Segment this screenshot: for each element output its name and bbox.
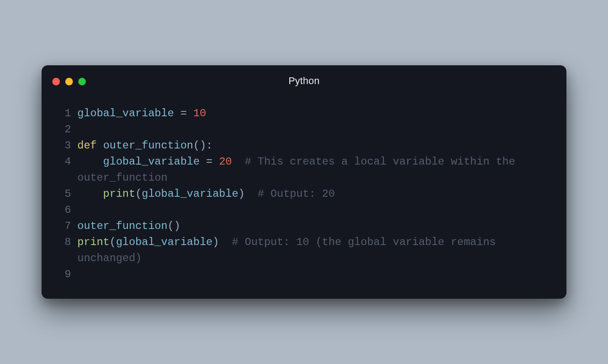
token-punct: ( — [110, 236, 116, 248]
close-icon[interactable] — [52, 78, 60, 85]
line-number: 6 — [62, 202, 77, 218]
token-number: 10 — [193, 107, 206, 119]
code-line: 2 — [62, 122, 546, 138]
code-content: print(global_variable) # Output: 20 — [77, 186, 546, 202]
code-line: 8 print(global_variable) # Output: 10 (t… — [62, 234, 546, 267]
token-punct: (): — [193, 140, 212, 152]
minimize-icon[interactable] — [65, 78, 73, 85]
token-keyword: def — [77, 140, 97, 152]
token-space — [174, 107, 180, 119]
code-content: outer_function() — [77, 218, 546, 234]
code-content: global_variable = 10 — [77, 106, 546, 122]
token-space — [232, 156, 245, 168]
token-call: outer_function — [77, 220, 168, 232]
token-number: 20 — [219, 156, 232, 168]
token-operator: = — [206, 156, 212, 168]
window-titlebar: Python — [42, 65, 566, 92]
line-number: 9 — [62, 267, 77, 283]
code-line: 4 global_variable = 20 # This creates a … — [62, 154, 546, 186]
token-builtin: print — [103, 188, 135, 200]
token-builtin: print — [77, 236, 110, 248]
token-variable: global_variable — [142, 188, 238, 200]
code-line: 1 global_variable = 10 — [62, 106, 546, 122]
token-comment: # Output: 20 — [258, 188, 335, 200]
token-space — [212, 156, 219, 168]
token-variable: global_variable — [103, 156, 200, 168]
window-traffic-lights — [52, 78, 86, 85]
token-variable: global_variable — [116, 236, 212, 248]
zoom-icon[interactable] — [78, 78, 86, 85]
line-number: 4 — [62, 154, 77, 170]
token-space — [97, 140, 103, 152]
line-number: 8 — [62, 234, 77, 250]
code-line: 7 outer_function() — [62, 218, 546, 234]
token-variable: global_variable — [77, 107, 174, 119]
code-line: 3 def outer_function(): — [62, 138, 546, 154]
code-line: 6 — [62, 202, 546, 218]
token-punct: ) — [212, 236, 219, 248]
line-number: 2 — [62, 122, 77, 138]
code-line: 5 print(global_variable) # Output: 20 — [62, 186, 546, 202]
token-punct: () — [168, 220, 181, 232]
token-space — [200, 156, 206, 168]
window-title: Python — [42, 71, 566, 87]
token-indent — [77, 156, 103, 168]
token-operator: = — [180, 107, 186, 119]
line-number: 1 — [62, 106, 77, 122]
line-number: 7 — [62, 218, 77, 234]
token-space — [245, 188, 258, 200]
code-editor: 1 global_variable = 10 2 3 def outer_fun… — [42, 92, 566, 283]
token-space — [187, 107, 193, 119]
token-indent — [77, 188, 103, 200]
code-content: global_variable = 20 # This creates a lo… — [77, 154, 546, 186]
line-number: 5 — [62, 186, 77, 202]
token-function-name: outer_function — [103, 140, 194, 152]
token-space — [219, 236, 232, 248]
code-content: print(global_variable) # Output: 10 (the… — [77, 234, 546, 267]
code-content: def outer_function(): — [77, 138, 546, 154]
code-window: Python 1 global_variable = 10 2 3 def ou… — [42, 65, 566, 299]
code-line: 9 — [62, 267, 546, 283]
token-punct: ) — [238, 188, 245, 200]
token-punct: ( — [135, 188, 142, 200]
line-number: 3 — [62, 138, 77, 154]
